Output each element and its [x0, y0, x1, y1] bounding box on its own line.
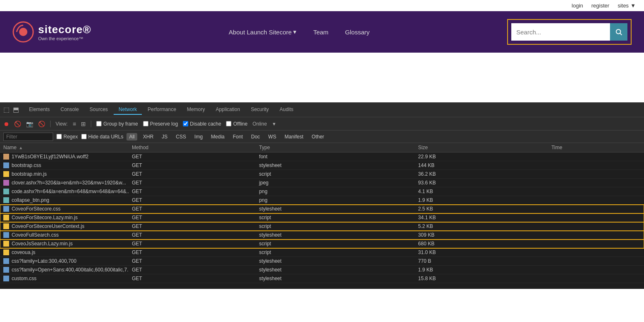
search-input[interactable] [511, 29, 610, 36]
glossary-link[interactable]: Glossary [345, 29, 369, 36]
tab-audits[interactable]: Audits [275, 105, 298, 115]
regex-checkbox[interactable] [56, 134, 62, 139]
login-link[interactable]: login [572, 2, 583, 9]
table-row[interactable]: clover.ashx?h=320&la=en&mh=320&mw=1920&w… [0, 179, 644, 187]
cell-method: GET [129, 283, 256, 284]
network-throttle-arrow[interactable]: ▼ [272, 121, 277, 126]
cell-size: 1.5 KB [415, 283, 548, 284]
table-row[interactable]: CoveoJsSearch.Lazy.min.js GET script 680… [0, 240, 644, 248]
table-row[interactable]: coveoua.js GET script 31.0 KB [0, 248, 644, 257]
filter-ws-button[interactable]: WS [266, 133, 279, 140]
record-button[interactable]: ⏺ [3, 121, 9, 127]
table-row[interactable]: CoveoForSitecore.Lazy.min.js GET script … [0, 213, 644, 222]
cell-name: coveoua.js [0, 248, 129, 257]
clear-button[interactable]: 🚫 [38, 121, 45, 127]
team-link[interactable]: Team [313, 29, 328, 36]
devtools-panel: ⬚ ⬒ Elements Console Sources Network Per… [0, 102, 644, 289]
view-detail-icon[interactable]: ⊞ [81, 121, 86, 127]
inspect-icon[interactable]: ⬚ [3, 106, 10, 114]
table-row[interactable]: CoveoFullSearch.css GET stylesheet 309 K… [0, 231, 644, 240]
table-row[interactable]: CoveoForSitecore.css GET stylesheet 2.5 … [0, 205, 644, 213]
tab-performance[interactable]: Performance [143, 105, 181, 115]
table-row[interactable]: bootstrap.min.js GET script 36.2 KB [0, 170, 644, 179]
cell-method: GET [129, 161, 256, 170]
register-link[interactable]: register [591, 2, 609, 9]
cell-size: 31.0 KB [415, 248, 548, 257]
cell-size: 36.2 KB [415, 170, 548, 179]
col-type[interactable]: Type [256, 143, 415, 153]
view-list-icon[interactable]: ≡ [73, 121, 76, 127]
filter-doc-button[interactable]: Doc [249, 133, 262, 140]
filter-css-button[interactable]: CSS [173, 133, 189, 140]
table-row[interactable]: bootstrap.css GET stylesheet 144 KB [0, 161, 644, 170]
stop-recording-button[interactable]: 🚫 [14, 121, 21, 127]
col-time[interactable]: Time [548, 143, 644, 153]
cell-type: jpeg [256, 179, 415, 187]
cell-name: CoveoForSitecore.css [0, 205, 129, 213]
group-by-frame-checkbox-container: Group by frame [96, 121, 138, 127]
col-size[interactable]: Size [415, 143, 548, 153]
filter-media-button[interactable]: Media [209, 133, 227, 140]
cell-name: custom.css [0, 274, 129, 283]
cell-time [548, 274, 644, 283]
cell-method: GET [129, 170, 256, 179]
table-row[interactable]: code.ashx?h=64&la=en&mh=648&mw=648&w=64&… [0, 187, 644, 196]
filter-img-button[interactable]: Img [192, 133, 205, 140]
camera-button[interactable]: 📷 [26, 121, 33, 127]
cell-name: CoveoForSitecoreUserContext.js [0, 222, 129, 231]
table-row[interactable]: 1YwB1sO8YE1Lyjf12WNiUA.woff2 GET font 22… [0, 153, 644, 161]
table-row[interactable]: custom.css GET stylesheet 15.8 KB [0, 274, 644, 283]
col-method[interactable]: Method [129, 143, 256, 153]
filter-other-button[interactable]: Other [309, 133, 327, 140]
tab-security[interactable]: Security [246, 105, 274, 115]
network-table-body: 1YwB1sO8YE1Lyjf12WNiUA.woff2 GET font 22… [0, 153, 644, 284]
search-button[interactable] [610, 23, 627, 41]
disable-cache-checkbox[interactable] [183, 121, 188, 126]
tab-console[interactable]: Console [56, 105, 84, 115]
filter-manifest-button[interactable]: Manifest [282, 133, 306, 140]
cell-type: png [256, 187, 415, 196]
tab-sources[interactable]: Sources [85, 105, 113, 115]
filter-all-button[interactable]: All [126, 133, 137, 140]
file-type-icon [3, 171, 9, 177]
cell-method: GET [129, 205, 256, 213]
filter-input[interactable] [3, 133, 53, 141]
filter-font-button[interactable]: Font [231, 133, 245, 140]
tab-application[interactable]: Application [211, 105, 245, 115]
table-row[interactable]: custom.js GET script 1.5 KB [0, 283, 644, 284]
toolbar-separator-1 [50, 121, 51, 127]
toolbar-separator-2 [91, 121, 91, 127]
cell-time [548, 231, 644, 240]
table-row[interactable]: CoveoForSitecoreUserContext.js GET scrip… [0, 222, 644, 231]
search-area-highlight [507, 19, 632, 45]
sites-dropdown[interactable]: sites ▼ [617, 2, 636, 9]
tab-network[interactable]: Network [114, 105, 142, 115]
file-type-icon [3, 249, 9, 255]
table-row[interactable]: css?family=Lato:300,400,700 GET styleshe… [0, 257, 644, 266]
group-by-frame-checkbox[interactable] [96, 121, 102, 126]
cell-name: CoveoForSitecore.Lazy.min.js [0, 213, 129, 222]
tab-elements[interactable]: Elements [24, 105, 55, 115]
cell-method: GET [129, 196, 256, 205]
about-link[interactable]: About Launch Sitecore ▾ [229, 28, 297, 36]
filter-js-button[interactable]: JS [159, 133, 170, 140]
cell-type: script [256, 240, 415, 248]
cell-size: 2.5 KB [415, 205, 548, 213]
brand-tagline: Own the experience™ [38, 36, 91, 41]
preserve-log-checkbox[interactable] [143, 121, 148, 126]
tab-memory[interactable]: Memory [182, 105, 210, 115]
table-row[interactable]: collapse_btn.png GET png 1.9 KB [0, 196, 644, 205]
file-type-icon [3, 197, 9, 203]
table-row[interactable]: css?family=Open+Sans:400,400italic,600,6… [0, 266, 644, 274]
device-icon[interactable]: ⬒ [13, 106, 19, 114]
col-name[interactable]: Name ▲ [0, 143, 129, 153]
cell-type: script [256, 283, 415, 284]
cell-type: png [256, 196, 415, 205]
cell-type: stylesheet [256, 257, 415, 266]
cell-time [548, 196, 644, 205]
cell-method: GET [129, 240, 256, 248]
offline-checkbox[interactable] [226, 121, 231, 126]
filter-xhr-button[interactable]: XHR [141, 133, 156, 140]
hide-data-urls-checkbox[interactable] [81, 134, 87, 139]
file-type-icon [3, 162, 9, 168]
